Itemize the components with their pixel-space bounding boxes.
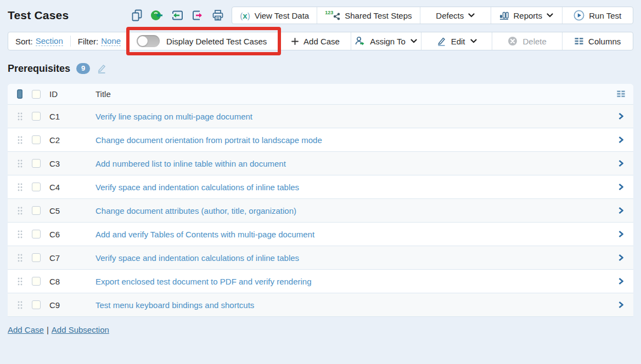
case-title-link[interactable]: Test menu keyboard bindings and shortcut…	[95, 300, 254, 310]
drag-handle-icon[interactable]	[18, 254, 23, 262]
chevron-right-icon[interactable]	[618, 277, 624, 285]
case-count-badge: 9	[76, 63, 90, 74]
drag-handle-icon[interactable]	[18, 230, 23, 238]
edit-pencil-icon	[437, 37, 446, 46]
shared-test-steps-button[interactable]: 123 Shared Test Steps	[317, 7, 419, 24]
column-header-title[interactable]: Title	[95, 89, 608, 99]
case-id: C6	[49, 230, 95, 239]
table-row: C4 Verify space and indentation calculat…	[8, 175, 633, 199]
row-checkbox[interactable]	[32, 253, 41, 262]
row-checkbox[interactable]	[32, 300, 41, 309]
toggle-label: Display Deleted Test Cases	[166, 37, 267, 46]
chevron-down-icon	[547, 13, 553, 18]
case-title-link[interactable]: Add numbered list to inline table within…	[95, 159, 286, 168]
print-icon[interactable]	[211, 9, 224, 22]
select-all-handle-icon[interactable]	[17, 89, 23, 99]
row-checkbox[interactable]	[32, 206, 41, 215]
defects-dropdown-button[interactable]: Defects	[420, 7, 491, 24]
filter-value-link[interactable]: None	[101, 36, 121, 46]
header-button-group: (x) View Test Data 123 Shared Test Steps	[232, 7, 633, 24]
cases-toolbar: Sort: Section Filter: None Display Delet…	[8, 32, 633, 50]
chevron-right-icon[interactable]	[618, 183, 624, 191]
chevron-right-icon[interactable]	[618, 207, 624, 214]
row-checkbox[interactable]	[32, 277, 41, 286]
case-id: C7	[49, 253, 95, 263]
bar-chart-icon	[499, 11, 509, 20]
drag-handle-icon[interactable]	[18, 207, 23, 215]
row-checkbox[interactable]	[32, 112, 41, 121]
page-header: Test Cases	[8, 0, 633, 25]
sort-control: Sort: Section	[8, 32, 70, 50]
section-header: Prerequisites 9	[8, 61, 633, 76]
case-title-link[interactable]: Verify line spacing on multi-page docume…	[95, 112, 252, 121]
view-test-data-button[interactable]: (x) View Test Data	[232, 7, 317, 24]
chevron-down-icon	[411, 39, 417, 43]
sort-value-link[interactable]: Section	[36, 36, 63, 46]
column-header-id[interactable]: ID	[49, 89, 95, 99]
chevron-right-icon[interactable]	[618, 112, 624, 120]
run-test-button[interactable]: Run Test	[562, 7, 633, 24]
select-all-checkbox[interactable]	[32, 90, 41, 99]
assign-to-dropdown-button[interactable]: Assign To	[351, 32, 421, 50]
case-title-link[interactable]: Add and verify Tables of Contents with m…	[95, 230, 314, 239]
drag-handle-icon[interactable]	[18, 136, 23, 144]
columns-button[interactable]: Columns	[562, 32, 633, 50]
table-row: C8 Export enclosed test document to PDF …	[8, 270, 633, 293]
assign-user-icon	[355, 36, 365, 46]
section-title: Prerequisites	[8, 63, 70, 75]
add-subsection-link[interactable]: Add Subsection	[52, 325, 109, 334]
columns-icon	[575, 37, 583, 45]
case-id: C1	[49, 112, 95, 121]
case-id: C9	[49, 300, 95, 310]
table-row: C3 Add numbered list to inline table wit…	[8, 152, 633, 175]
row-checkbox[interactable]	[32, 183, 41, 191]
table-header-row: ID Title	[8, 84, 633, 105]
drag-handle-icon[interactable]	[18, 160, 23, 168]
case-title-link[interactable]: Verify space and indentation calculation…	[95, 253, 299, 263]
add-case-link[interactable]: Add Case	[8, 325, 44, 334]
display-deleted-toggle[interactable]	[137, 35, 160, 47]
drag-handle-icon[interactable]	[18, 183, 23, 191]
table-columns-icon[interactable]	[617, 90, 625, 98]
copy-icon[interactable]	[130, 9, 143, 22]
toggle-knob	[138, 36, 148, 46]
delete-button[interactable]: Delete	[492, 32, 563, 50]
test-cases-table: ID Title C1 Ver	[8, 84, 633, 317]
edit-section-icon[interactable]	[96, 63, 107, 74]
footer-separator: |	[47, 325, 49, 334]
shared-steps-icon: 123	[325, 10, 340, 20]
row-checkbox[interactable]	[32, 135, 41, 144]
case-id: C8	[49, 277, 95, 286]
add-case-button[interactable]: Add Case	[280, 32, 351, 50]
chevron-right-icon[interactable]	[618, 160, 624, 167]
import-icon[interactable]	[171, 9, 184, 22]
page-title: Test Cases	[8, 9, 69, 22]
case-title-link[interactable]: Verify space and indentation calculation…	[95, 183, 299, 192]
case-title-link[interactable]: Change document orientation from portrai…	[95, 135, 322, 145]
case-title-link[interactable]: Export enclosed test document to PDF and…	[95, 277, 312, 286]
case-id: C3	[49, 159, 95, 168]
delete-circle-icon	[508, 36, 518, 46]
row-checkbox[interactable]	[32, 159, 41, 168]
case-id: C2	[49, 135, 95, 145]
filter-control: Filter: None	[71, 32, 128, 50]
table-row: C6 Add and verify Tables of Contents wit…	[8, 223, 633, 246]
edit-dropdown-button[interactable]: Edit	[421, 32, 492, 50]
test-cases-page: Test Cases	[0, 0, 641, 364]
table-row: C7 Verify space and indentation calculat…	[8, 246, 633, 270]
row-checkbox[interactable]	[32, 230, 41, 238]
reports-dropdown-button[interactable]: Reports	[491, 7, 561, 24]
drag-handle-icon[interactable]	[18, 277, 23, 286]
chevron-down-icon	[470, 39, 477, 43]
table-row: C5 Change document attributes (author, t…	[8, 199, 633, 223]
chevron-right-icon[interactable]	[618, 230, 624, 238]
case-title-link[interactable]: Change document attributes (author, titl…	[95, 206, 296, 215]
drag-handle-icon[interactable]	[18, 301, 23, 309]
chevron-right-icon[interactable]	[618, 254, 624, 261]
drag-handle-icon[interactable]	[18, 112, 23, 121]
export-icon[interactable]	[191, 9, 204, 22]
plus-icon	[291, 38, 299, 45]
feedback-import-icon[interactable]	[150, 9, 164, 22]
chevron-right-icon[interactable]	[618, 136, 624, 144]
chevron-right-icon[interactable]	[618, 301, 624, 309]
